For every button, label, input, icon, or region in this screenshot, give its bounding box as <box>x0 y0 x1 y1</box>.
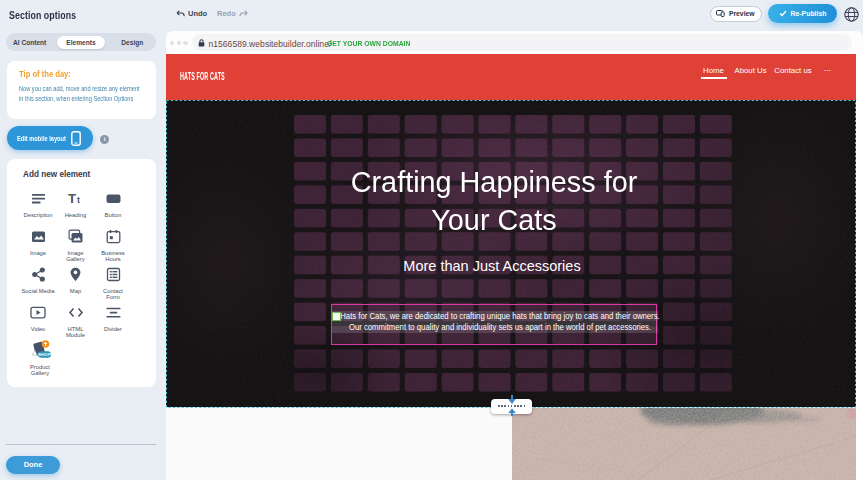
svg-text:SHOP: SHOP <box>38 352 51 357</box>
svg-text:t: t <box>77 195 80 205</box>
svg-text:T: T <box>68 191 76 206</box>
